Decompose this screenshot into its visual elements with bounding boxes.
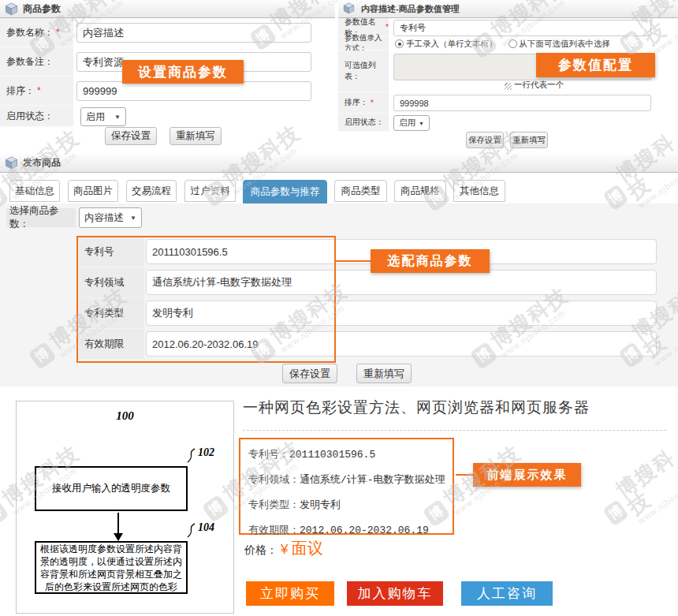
param-row-label: 专利类型 — [78, 298, 144, 328]
tab-product-images[interactable]: 商品图片 — [68, 180, 118, 202]
radio-from-list[interactable] — [508, 39, 517, 48]
figure-number: 100 — [17, 409, 233, 423]
price-value: 面议 — [291, 538, 322, 559]
publish-title: 发布商品 — [23, 156, 61, 170]
callout-frontend-display: 前端展示效果 — [473, 463, 581, 487]
value-status-label-cell: 启用状态： — [338, 114, 389, 132]
tab-product-spec[interactable]: 商品规格 — [394, 180, 446, 202]
value-status-label: 启用状态： — [345, 117, 384, 128]
tab-basic-info[interactable]: 基础信息 — [9, 180, 60, 202]
value-name-input[interactable] — [393, 20, 651, 36]
patent-details-box: 专利号：201110301596.5 专利领域：通信系统/计算-电数字数据处理 … — [239, 438, 454, 535]
value-mode-label-cell: 参数值录入方式： — [338, 37, 389, 50]
consult-button[interactable]: 人工咨询 — [461, 581, 553, 606]
flow-arrow-head — [114, 533, 123, 541]
annotation-line-preview — [456, 474, 473, 476]
param-status-label: 启用状态： — [6, 110, 54, 123]
callout-param-value-config: 参数值配置 — [536, 53, 655, 77]
detail-label: 有效期限： — [248, 524, 300, 536]
detail-label: 专利类型： — [248, 498, 300, 510]
param-name-input[interactable] — [76, 23, 311, 43]
panel-param-title: 商品参数 — [23, 2, 61, 16]
price-label: 价格： — [244, 543, 278, 558]
chevron-down-icon: ▼ — [419, 121, 424, 126]
frontend-preview: 100 接收用户输入的透明度参数 102 根据该透明度参数设置所述内容背景的透明… — [0, 386, 678, 616]
param-sort-input[interactable] — [76, 81, 311, 101]
callout-set-product-param: 设置商品参数 — [122, 60, 244, 84]
value-list-label: 可选值列表： — [345, 60, 389, 82]
radio-manual-label: 手工录入（单行文本框） — [406, 39, 497, 50]
chevron-down-icon: ▼ — [130, 215, 136, 222]
value-reset-button[interactable]: 重新填写 — [510, 132, 548, 148]
product-title: 一种网页色彩设置方法、网页浏览器和网页服务器 — [243, 398, 590, 418]
value-status-value: 启用 — [399, 118, 415, 129]
callout-choose-product-param: 选配商品参数 — [371, 249, 490, 273]
select-param-dropdown[interactable]: 内容描述 ▼ — [79, 207, 142, 228]
value-list-label-cell: 可选值列表： — [338, 50, 389, 92]
detail-value: 2012.06.20-2032.06.19 — [300, 525, 429, 536]
tab-trade-flow[interactable]: 交易流程 — [126, 180, 177, 202]
panel-param-header: 商品参数 — [0, 0, 335, 18]
flow-arrow-line — [117, 513, 119, 534]
param-note-label-cell: 参数备注： — [0, 47, 73, 77]
param-sort-label-cell: 排序： * — [0, 77, 73, 106]
value-sort-label-cell: 排序： * — [338, 92, 389, 114]
select-param-label: 选择商品参数： — [6, 208, 76, 227]
detail-value: 发明专利 — [300, 499, 341, 511]
resize-grip-icon — [505, 83, 512, 90]
param-status-select[interactable]: 启用 ▼ — [80, 107, 126, 126]
required-asterisk: * — [37, 85, 41, 96]
required-asterisk: * — [56, 27, 60, 38]
value-sort-label: 排序： — [345, 97, 368, 108]
value-sort-input[interactable] — [393, 95, 651, 111]
detail-label: 专利号： — [248, 448, 289, 460]
param-name-label-cell: 参数名称： * — [0, 18, 73, 47]
detail-row: 专利类型：发明专利 — [240, 492, 453, 517]
radio-manual-input[interactable] — [395, 39, 404, 48]
required-asterisk: * — [371, 99, 374, 107]
detail-row: 专利领域：通信系统/计算-电数字数据处理 — [240, 467, 453, 492]
panel-value-title: 内容描述-商品参数值管理 — [361, 3, 460, 15]
buy-now-button[interactable]: 立即购买 — [246, 581, 334, 606]
radio-list-label: 从下面可选值列表中选择 — [520, 39, 611, 50]
cube-icon — [5, 2, 18, 16]
param-save-button[interactable]: 保存设置 — [105, 127, 157, 145]
select-param-value: 内容描述 — [84, 211, 124, 225]
value-save-button[interactable]: 保存设置 — [466, 132, 504, 148]
patent-figure: 100 接收用户输入的透明度参数 102 根据该透明度参数设置所述内容背景的透明… — [16, 401, 234, 614]
required-asterisk: * — [386, 23, 389, 32]
value-status-select[interactable]: 启用 ▼ — [393, 115, 430, 131]
param-sort-label: 排序： — [6, 84, 35, 98]
tab-product-type[interactable]: 商品类型 — [334, 180, 387, 202]
param-row-input-validity[interactable] — [146, 331, 657, 357]
param-status-label-cell: 启用状态： — [0, 106, 73, 127]
title-divider — [243, 430, 666, 431]
currency-symbol: ¥ — [281, 542, 288, 558]
flowchart-step2-box: 根据该透明度参数设置所述内容背景的透明度，以便通过设置所述内容背景和所述网页背景… — [35, 541, 188, 594]
publish-reset-button[interactable]: 重新填写 — [356, 364, 412, 383]
detail-value: 201110301596.5 — [289, 449, 375, 461]
param-row-input-patent-field[interactable] — [146, 270, 657, 295]
param-reset-button[interactable]: 重新填写 — [170, 127, 222, 145]
publish-save-button[interactable]: 保存设置 — [282, 364, 337, 383]
flowchart-step1-box: 接收用户输入的透明度参数 — [35, 466, 188, 511]
param-row-input-patent-type[interactable] — [146, 301, 657, 326]
tab-other-info[interactable]: 其他信息 — [453, 180, 505, 202]
param-note-label: 参数备注： — [6, 55, 54, 69]
param-row-label: 专利号 — [78, 237, 144, 267]
tab-transfer-docs[interactable]: 过户资料 — [184, 180, 236, 202]
leader-squiggle-icon — [184, 448, 196, 467]
value-list-note: 一行代表一个 — [514, 80, 564, 91]
page: 商品参数 参数名称： * 参数备注： 排序： * 启用状态： 启用 ▼ 保存设置… — [0, 0, 678, 616]
panel-product-param: 商品参数 参数名称： * 参数备注： 排序： * 启用状态： 启用 ▼ 保存设置… — [0, 0, 335, 151]
panel-publish: 发布商品 基础信息 商品图片 交易流程 过户资料 商品参数与推荐 商品类型 商品… — [0, 154, 678, 386]
add-to-cart-button[interactable]: 加入购物车 — [347, 581, 443, 606]
price-row: 价格： ¥ 面议 — [244, 538, 322, 559]
param-status-value: 启用 — [86, 110, 105, 124]
panel-value-header: 内容描述-商品参数值管理 — [338, 0, 678, 18]
publish-header: 发布商品 — [0, 154, 678, 173]
param-name-label: 参数名称： — [6, 26, 54, 39]
param-row-label: 有效期限 — [78, 329, 144, 359]
tab-params-recommend[interactable]: 商品参数与推荐 — [243, 180, 327, 203]
panel-param-value: 内容描述-商品参数值管理 参数值名称： * 参数值录入方式： 手工录入（单行文本… — [338, 0, 678, 151]
